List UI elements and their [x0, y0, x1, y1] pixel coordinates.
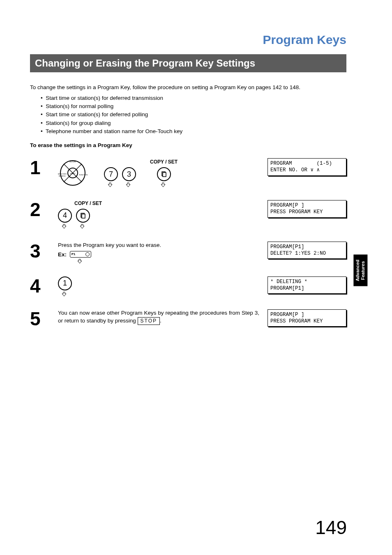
press-hand-icon: [61, 223, 69, 229]
program-key-p1: P1: [70, 251, 91, 258]
memory-indicator-icon: [85, 252, 90, 256]
svg-text:START: START: [70, 173, 76, 175]
step-5-text-b: .: [160, 318, 161, 324]
bullet-list: Start time or station(s) for deferred tr…: [41, 94, 346, 136]
step-3-text: Press the Program key you want to erase.: [58, 242, 259, 249]
svg-text:FUNCTION: FUNCTION: [79, 174, 88, 176]
key-1: 1: [58, 276, 72, 297]
copy-set-key: [76, 209, 90, 229]
lcd-display: PROGRAM[P ] PRESS PROGRAM KEY: [267, 309, 346, 327]
page-number: 149: [315, 516, 347, 539]
step-number: 1: [30, 158, 58, 177]
side-tab: Advanced Features: [353, 255, 367, 286]
step-2: 2 COPY / SET 4: [30, 200, 346, 229]
copy-set-key: COPY / SET: [150, 159, 178, 188]
bullet-item: Telephone number and station name for On…: [41, 127, 346, 136]
key-7: 7: [104, 167, 118, 188]
step-number: 3: [30, 242, 58, 260]
key-3: 3: [122, 167, 136, 188]
svg-rect-10: [163, 173, 166, 177]
svg-text:ZOOM: ZOOM: [70, 160, 76, 163]
lcd-display: PROGRAM[P1] DELETE? 1:YES 2:NO: [267, 242, 346, 259]
function-navpad-icon: ZOOM DIRECTORY SEARCH FUNCTION START: [58, 158, 88, 188]
bullet-item: Station(s) for normal polling: [41, 102, 346, 111]
copy-set-icon: [161, 171, 167, 177]
step-5: 5 You can now erase other Program Keys b…: [30, 309, 346, 328]
key-4: 4: [58, 209, 72, 229]
copy-set-label: COPY / SET: [74, 200, 102, 207]
press-hand-icon: [107, 182, 115, 188]
lcd-display: * DELETING * PROGRAM[P1]: [267, 276, 346, 294]
bullet-item: Start time or station(s) for deferred po…: [41, 111, 346, 119]
page-title: Program Keys: [30, 33, 346, 47]
subheading: To erase the settings in a Program Key: [30, 142, 346, 148]
section-heading: Changing or Erasing the Program Key Sett…: [30, 54, 346, 72]
lcd-display: PROGRAM (1-5) ENTER NO. OR ∨ ∧: [267, 158, 346, 176]
press-hand-icon: [61, 291, 69, 297]
step-number: 5: [30, 309, 58, 328]
stop-key: STOP: [138, 317, 160, 325]
press-hand-icon: [160, 182, 168, 188]
copy-set-icon: [80, 212, 86, 219]
step-1: 1 ZOOM DIRECTORY SEARCH FUNCTION: [30, 158, 346, 188]
step-number: 4: [30, 276, 58, 295]
bullet-item: Station(s) for group dialing: [41, 119, 346, 127]
step-4: 4 1 * DELETING * PROGRAM[P1]: [30, 276, 346, 297]
step-number: 2: [30, 200, 58, 219]
step-3: 3 Press the Program key you want to eras…: [30, 242, 346, 264]
intro-text: To change the settings in a Program Key,…: [30, 84, 346, 92]
svg-text:SEARCH: SEARCH: [59, 175, 66, 177]
example-label: Ex:: [58, 251, 67, 259]
lcd-display: PROGRAM[P ] PRESS PROGRAM KEY: [267, 200, 346, 218]
press-hand-icon: [125, 182, 133, 188]
bullet-item: Start time or station(s) for deferred tr…: [41, 94, 346, 102]
svg-rect-12: [82, 214, 85, 218]
press-hand-icon: [76, 258, 85, 264]
press-hand-icon: [79, 223, 87, 229]
